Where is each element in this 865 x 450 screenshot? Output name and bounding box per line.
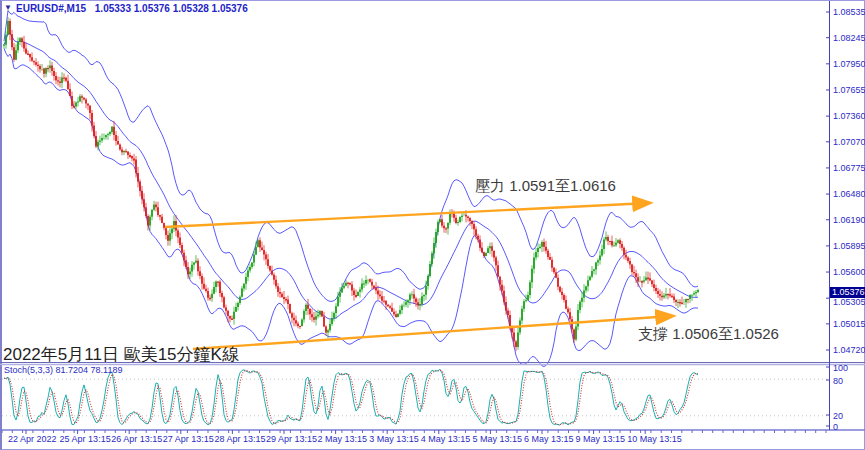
current-price-badge: 1.05376 xyxy=(830,287,865,298)
time-tick-label: 26 Apr 13:15 xyxy=(111,434,162,444)
stoch-scale-label: 100 xyxy=(833,363,848,373)
resistance-trendline[interactable] xyxy=(165,203,649,227)
price-tick-label: 1.06775 xyxy=(833,163,865,173)
price-tick-label: 1.06190 xyxy=(833,215,865,225)
stoch-scale-label: 80 xyxy=(833,376,843,386)
price-tick-label: 1.04720 xyxy=(833,345,865,355)
time-tick-label: 28 Apr 13:15 xyxy=(214,434,265,444)
price-tick-label: 1.07950 xyxy=(833,59,865,69)
support-annotation[interactable]: 支撐 1.0506至1.0526 xyxy=(638,325,779,344)
time-tick-label: 3 May 13:15 xyxy=(369,434,419,444)
time-tick-label: 27 Apr 13:15 xyxy=(163,434,214,444)
price-tick-label: 1.08245 xyxy=(833,33,865,43)
time-tick-label: 25 Apr 13:15 xyxy=(60,434,111,444)
ohlc-readout: 1.05333 1.05376 1.05328 1.05376 xyxy=(95,3,248,14)
price-tick-label: 1.06480 xyxy=(833,189,865,199)
time-tick-label: 6 May 13:15 xyxy=(524,434,574,444)
price-tick-label: 1.05015 xyxy=(833,319,865,329)
dropdown-arrow-icon[interactable]: ▼ xyxy=(4,3,12,13)
time-tick-label: 10 May 13:15 xyxy=(627,434,682,444)
stoch-scale-label: 20 xyxy=(833,411,843,421)
chart-canvas[interactable] xyxy=(0,0,865,450)
time-tick-label: 29 Apr 13:15 xyxy=(266,434,317,444)
price-tick-label: 1.05895 xyxy=(833,241,865,251)
resistance-annotation[interactable]: 壓力 1.0591至1.0616 xyxy=(475,177,616,196)
time-tick-label: 9 May 13:15 xyxy=(576,434,626,444)
time-tick-label: 2 May 13:15 xyxy=(318,434,368,444)
price-tick-label: 1.07360 xyxy=(833,111,865,121)
price-tick-label: 1.08535 xyxy=(833,7,865,17)
stoch-scale-label: 0 xyxy=(833,422,838,432)
stoch-indicator-label: Stoch(5,3,3) 81.7204 78.1189 xyxy=(4,365,122,375)
price-tick-label: 1.07070 xyxy=(833,137,865,147)
time-tick-label: 4 May 13:15 xyxy=(421,434,471,444)
time-tick-label: 22 Apr 2022 xyxy=(8,434,57,444)
chart-title: EURUSD#,M15 1.05333 1.05376 1.05328 1.05… xyxy=(16,3,248,14)
support-trendline[interactable] xyxy=(193,316,672,349)
price-tick-label: 1.07655 xyxy=(833,85,865,95)
price-tick-label: 1.05305 xyxy=(833,297,865,307)
price-tick-label: 1.05600 xyxy=(833,267,865,277)
time-tick-label: 5 May 13:15 xyxy=(472,434,522,444)
date-caption: 2022年5月11日 歐美15分鐘K線 xyxy=(3,343,239,366)
symbol-timeframe-label: EURUSD#,M15 xyxy=(16,3,86,14)
